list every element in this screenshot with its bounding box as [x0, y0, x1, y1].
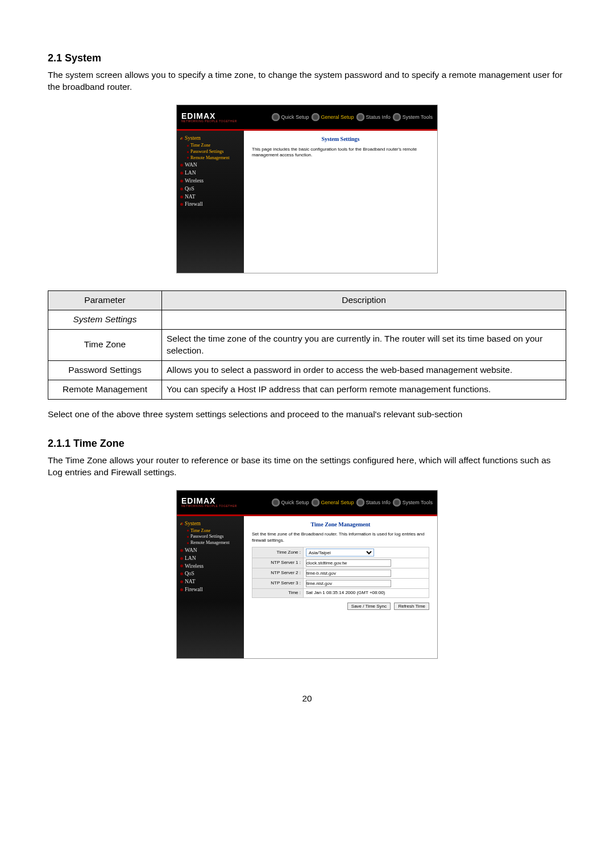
cell-param: Time Zone	[48, 329, 162, 360]
nav-timezone[interactable]: Time Zone	[187, 143, 240, 149]
refresh-time-button[interactable]: Refresh Time	[394, 603, 429, 610]
cell-desc: You can specify a Host IP address that c…	[162, 380, 566, 399]
table-header-row: Parameter Description	[48, 291, 566, 310]
tab-icon	[393, 113, 401, 121]
bullet-icon	[180, 188, 183, 190]
router-screenshot-system: EDIMAX NETWORKING PEOPLE TOGETHER Quick …	[176, 105, 438, 273]
tab-status-info[interactable]: Status Info	[356, 113, 391, 121]
cell-param: Password Settings	[48, 360, 162, 380]
cell-desc: Select the time zone of the country you …	[162, 329, 566, 360]
tab-icon	[312, 499, 320, 506]
cell-param: System Settings	[48, 310, 162, 330]
tab-icon	[356, 113, 364, 121]
bullet-icon	[187, 530, 189, 531]
nav-remote[interactable]: Remote Management	[187, 540, 240, 546]
pane-description: This page includes the basic configurati…	[252, 147, 429, 159]
nav-password[interactable]: Password Settings	[187, 534, 240, 540]
ntp3-label: NTP Server 3 :	[252, 579, 304, 589]
router-logo: EDIMAX NETWORKING PEOPLE TOGETHER	[181, 497, 237, 508]
pane-description: Set the time zone of the Broadband route…	[252, 531, 429, 543]
tab-general-setup[interactable]: General Setup	[312, 499, 354, 506]
tab-status-info[interactable]: Status Info	[356, 499, 391, 506]
bullet-icon	[180, 588, 183, 591]
brand-subtext: NETWORKING PEOPLE TOGETHER	[181, 120, 237, 123]
tab-system-tools[interactable]: System Tools	[393, 499, 433, 506]
bullet-icon	[180, 203, 183, 206]
nav-firewall[interactable]: Firewall	[180, 201, 240, 208]
tab-icon	[312, 113, 320, 121]
router-header: EDIMAX NETWORKING PEOPLE TOGETHER Quick …	[177, 105, 437, 129]
bullet-icon	[180, 557, 183, 560]
nav-nat[interactable]: NAT	[180, 578, 240, 585]
tab-icon	[272, 499, 280, 506]
save-time-sync-button[interactable]: Save / Time Sync	[347, 603, 391, 610]
brand-text: EDIMAX	[181, 497, 237, 505]
timezone-actions: Save / Time Sync Refresh Time	[252, 603, 429, 610]
cell-desc	[162, 310, 566, 330]
router-tabs: Quick Setup General Setup Status Info Sy…	[272, 113, 433, 121]
router-screenshot-timezone: EDIMAX NETWORKING PEOPLE TOGETHER Quick …	[176, 490, 438, 659]
heading-timezone: 2.1.1 Time Zone	[48, 437, 566, 450]
tz-label: Time Zone :	[252, 547, 304, 558]
timezone-form-table: Time Zone : Asia/Taipei NTP Server 1 : N…	[252, 547, 429, 598]
check-icon	[180, 522, 183, 525]
nav-qos[interactable]: QoS	[180, 185, 240, 193]
table-row: Remote Management You can specify a Host…	[48, 380, 566, 399]
bullet-icon	[180, 172, 183, 175]
nav-system[interactable]: System	[180, 520, 240, 528]
header-description: Description	[162, 291, 566, 310]
table-row: System Settings	[48, 310, 566, 330]
router-content: System Settings This page includes the b…	[244, 131, 437, 273]
ntp3-input[interactable]	[306, 580, 391, 587]
cell-param: Remote Management	[48, 380, 162, 399]
bullet-icon	[180, 180, 183, 182]
bullet-icon	[187, 542, 189, 544]
tab-icon	[356, 499, 364, 506]
nav-password[interactable]: Password Settings	[187, 149, 240, 155]
table-row: Password Settings Allows you to select a…	[48, 360, 566, 380]
router-sidebar: System Time Zone Password Settings Remot…	[177, 131, 244, 273]
ntp2-input[interactable]	[306, 570, 391, 577]
brand-subtext: NETWORKING PEOPLE TOGETHER	[181, 505, 237, 508]
tab-icon	[272, 113, 280, 121]
table-row: Time Zone Select the time zone of the co…	[48, 329, 566, 360]
bullet-icon	[180, 564, 183, 567]
ntp1-input[interactable]	[306, 559, 391, 567]
pane-title: System Settings	[252, 135, 429, 143]
nav-remote[interactable]: Remote Management	[187, 155, 240, 161]
paragraph-system-outro: Select one of the above three system set…	[48, 409, 566, 421]
nav-wireless[interactable]: Wireless	[180, 177, 240, 185]
nav-nat[interactable]: NAT	[180, 193, 240, 201]
tab-quick-setup[interactable]: Quick Setup	[272, 499, 309, 506]
paragraph-timezone-intro: The Time Zone allows your router to refe…	[48, 455, 566, 479]
nav-wan[interactable]: WAN	[180, 547, 240, 554]
tab-general-setup[interactable]: General Setup	[312, 113, 354, 121]
nav-qos[interactable]: QoS	[180, 570, 240, 578]
nav-firewall[interactable]: Firewall	[180, 586, 240, 593]
nav-system[interactable]: System	[180, 135, 240, 142]
bullet-icon	[180, 164, 183, 167]
paragraph-system-intro: The system screen allows you to specify …	[48, 69, 566, 93]
time-label: Time :	[252, 589, 304, 598]
router-content: Time Zone Management Set the time zone o…	[244, 516, 437, 658]
page-number: 20	[48, 693, 566, 705]
nav-lan[interactable]: LAN	[180, 169, 240, 177]
bullet-icon	[187, 145, 189, 147]
parameter-table: Parameter Description System Settings Ti…	[48, 290, 566, 400]
bullet-icon	[180, 196, 183, 198]
nav-wireless[interactable]: Wireless	[180, 563, 240, 570]
nav-timezone[interactable]: Time Zone	[187, 528, 240, 534]
heading-system: 2.1 System	[48, 51, 566, 65]
nav-wan[interactable]: WAN	[180, 161, 240, 169]
bullet-icon	[180, 549, 183, 552]
nav-lan[interactable]: LAN	[180, 555, 240, 562]
tab-quick-setup[interactable]: Quick Setup	[272, 113, 309, 121]
bullet-icon	[180, 580, 183, 583]
bullet-icon	[187, 536, 189, 538]
tab-system-tools[interactable]: System Tools	[393, 113, 433, 121]
pane-title: Time Zone Management	[252, 521, 429, 529]
tab-icon	[393, 499, 401, 506]
bullet-icon	[187, 157, 189, 159]
timezone-select[interactable]: Asia/Taipei	[306, 549, 374, 556]
bullet-icon	[187, 151, 189, 153]
